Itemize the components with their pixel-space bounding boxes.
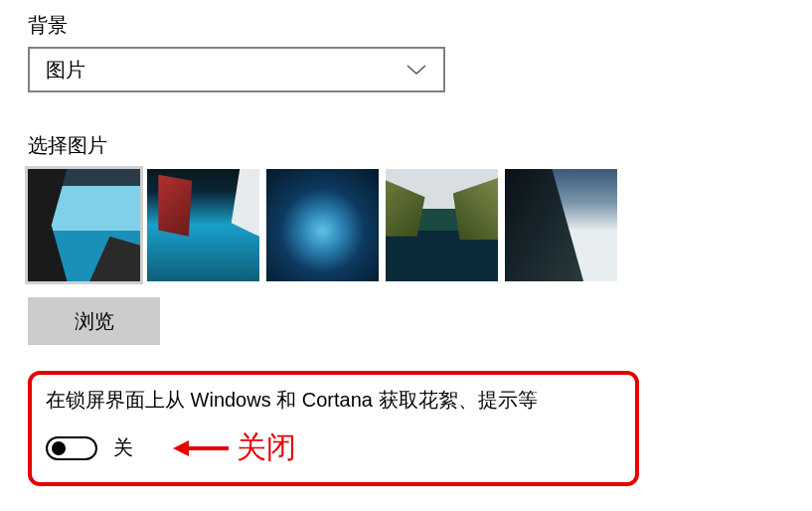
tips-toggle[interactable] <box>46 436 97 460</box>
arrow-left-icon <box>173 438 229 458</box>
toggle-knob-icon <box>52 441 66 455</box>
picture-thumb-1[interactable] <box>28 169 140 281</box>
picture-thumb-2[interactable] <box>147 169 259 281</box>
choose-picture-label: 选择图片 <box>28 132 784 159</box>
picture-thumbnails <box>28 169 784 281</box>
background-dropdown[interactable]: 图片 <box>28 47 445 92</box>
background-label: 背景 <box>28 12 784 39</box>
browse-button[interactable]: 浏览 <box>28 297 160 345</box>
picture-thumb-4[interactable] <box>386 169 498 281</box>
annotation-text: 关闭 <box>237 427 296 468</box>
tips-setting-title: 在锁屏界面上从 Windows 和 Cortana 获取花絮、提示等 <box>46 387 621 414</box>
chevron-down-icon <box>406 63 427 77</box>
picture-thumb-5[interactable] <box>505 169 617 281</box>
tips-toggle-state: 关 <box>113 434 133 461</box>
annotation-arrow: 关闭 <box>173 427 296 468</box>
background-dropdown-value: 图片 <box>46 57 85 84</box>
annotation-highlight-box: 在锁屏界面上从 Windows 和 Cortana 获取花絮、提示等 关 关闭 <box>28 371 639 486</box>
tips-toggle-row: 关 关闭 <box>46 427 621 468</box>
svg-marker-1 <box>173 440 189 456</box>
picture-thumb-3[interactable] <box>266 169 379 281</box>
